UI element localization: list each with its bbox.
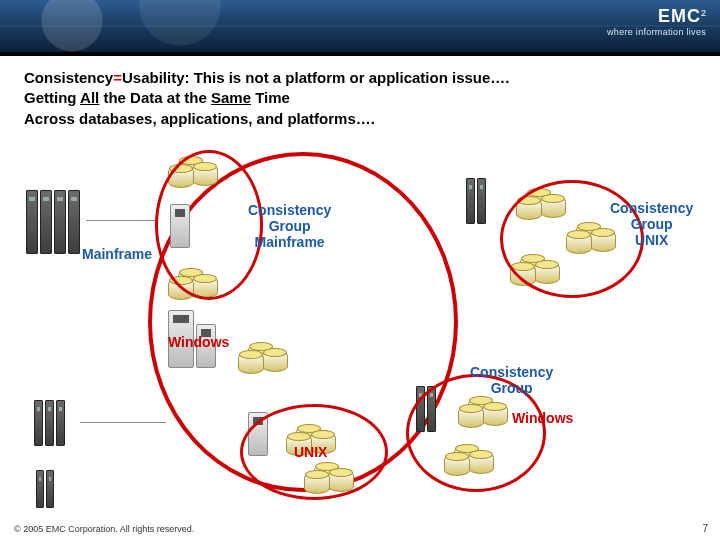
ring-mainframe <box>155 150 263 300</box>
label-unix: UNIX <box>294 444 327 460</box>
logo-superscript: 2 <box>701 8 706 18</box>
label-mainframe: Mainframe <box>82 246 152 262</box>
label-cg-windows-3: Windows <box>512 410 573 426</box>
title-2c: the Data at the <box>99 89 211 106</box>
rack-icon <box>34 400 65 446</box>
cg-w-2: Group <box>470 380 553 396</box>
cg-mf-2: Group <box>248 218 331 234</box>
title-line-1: Consistency=Usability: This is not a pla… <box>24 68 696 88</box>
cg-ux-3: UNIX <box>610 232 693 248</box>
logo-tagline: where information lives <box>607 27 706 37</box>
cg-w-1: Consistency <box>470 364 553 380</box>
rack-icon <box>466 178 486 224</box>
title-line-2: Getting All the Data at the Same Time <box>24 88 696 108</box>
cg-ux-2: Group <box>610 216 693 232</box>
title-word-consistency: Consistency <box>24 69 113 86</box>
emc-logo: EMC2 where information lives <box>607 6 706 37</box>
label-cg-mainframe: Consistency Group Mainframe <box>248 202 331 250</box>
footer-copyright: © 2005 EMC Corporation. All rights reser… <box>14 524 194 534</box>
diagram-stage: Mainframe Consistency Group Mainframe Co… <box>0 160 720 516</box>
title-2a: Getting <box>24 89 80 106</box>
label-cg-windows: Consistency Group <box>470 364 553 396</box>
label-windows: Windows <box>168 334 229 350</box>
equals-sign: = <box>113 69 122 86</box>
connector-line <box>86 220 156 221</box>
title-2e: Time <box>251 89 290 106</box>
cg-mf-1: Consistency <box>248 202 331 218</box>
connector-line <box>80 422 166 423</box>
header-banner: EMC2 where information lives <box>0 0 720 56</box>
title-2b: All <box>80 89 99 106</box>
rack-mainframe-icon <box>26 190 80 254</box>
cg-mf-3: Mainframe <box>248 234 331 250</box>
cg-ux-1: Consistency <box>610 200 693 216</box>
label-cg-unix: Consistency Group UNIX <box>610 200 693 248</box>
title-2d: Same <box>211 89 251 106</box>
title-rest-1: Usability: This is not a platform or app… <box>122 69 510 86</box>
rack-icon <box>36 470 54 508</box>
title-block: Consistency=Usability: This is not a pla… <box>0 56 720 129</box>
page-number: 7 <box>702 523 708 534</box>
title-line-3: Across databases, applications, and plat… <box>24 109 696 129</box>
logo-brand: EMC <box>658 6 701 26</box>
